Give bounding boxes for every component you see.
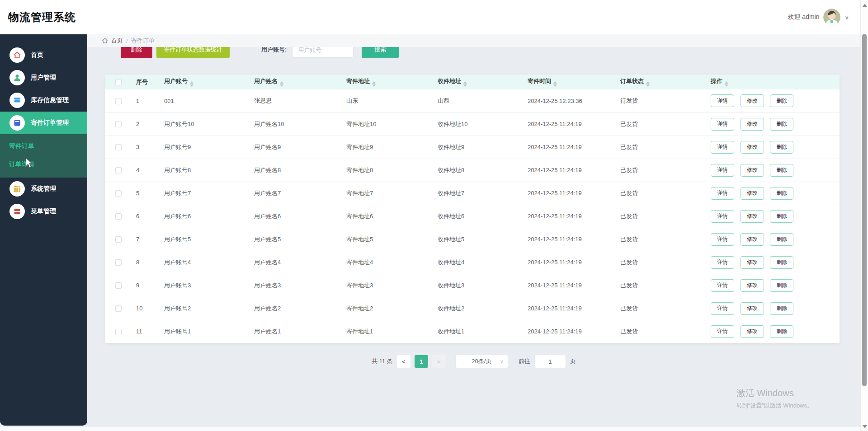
submenu-item-order-detail[interactable]: 订单详情 <box>0 155 87 173</box>
detail-button[interactable]: 详情 <box>711 279 734 292</box>
cell-account: 用户账号5 <box>160 228 250 251</box>
sort-caret[interactable] <box>725 81 728 87</box>
edit-button[interactable]: 修改 <box>741 279 764 292</box>
order-table: 序号 用户账号 用户姓名 寄件地址 收件地址 寄件时间 订单状态 操作 1 00… <box>105 75 840 343</box>
row-checkbox[interactable] <box>115 98 122 104</box>
cell-index: 10 <box>132 297 160 320</box>
sort-caret[interactable] <box>190 81 193 87</box>
detail-button[interactable]: 详情 <box>711 233 734 246</box>
edit-button[interactable]: 修改 <box>741 164 764 177</box>
detail-button[interactable]: 详情 <box>711 256 734 269</box>
sort-caret[interactable] <box>553 81 557 87</box>
sidebar-item-orders[interactable]: 寄件订单管理 <box>0 112 87 134</box>
cell-status: 已发货 <box>616 112 706 136</box>
cell-recv-addr: 收件地址1 <box>433 320 523 343</box>
stats-button[interactable]: 寄件订单状态数据统计 <box>156 47 230 58</box>
scroll-down-arrow-icon[interactable] <box>863 425 867 428</box>
detail-button[interactable]: 详情 <box>711 141 734 154</box>
prev-page-button[interactable]: < <box>397 355 410 368</box>
select-all-checkbox[interactable] <box>115 79 122 85</box>
cell-send-addr: 寄件地址2 <box>342 297 433 320</box>
edit-button[interactable]: 修改 <box>741 325 764 338</box>
detail-button[interactable]: 详情 <box>711 302 734 315</box>
next-page-button[interactable]: > <box>432 355 446 368</box>
row-checkbox[interactable] <box>115 167 122 173</box>
cell-send-addr: 寄件地址1 <box>342 320 433 343</box>
detail-button[interactable]: 详情 <box>711 210 734 223</box>
delete-row-button[interactable]: 删除 <box>770 187 793 200</box>
sidebar-item-menu[interactable]: 菜单管理 <box>0 200 87 223</box>
delete-row-button[interactable]: 删除 <box>770 302 793 315</box>
sidebar-item-home[interactable]: 首页 <box>0 44 87 66</box>
detail-button[interactable]: 详情 <box>711 187 734 200</box>
account-filter-input[interactable] <box>292 47 354 58</box>
row-checkbox[interactable] <box>115 236 122 243</box>
edit-button[interactable]: 修改 <box>741 302 764 315</box>
edit-button[interactable]: 修改 <box>741 141 764 154</box>
row-checkbox[interactable] <box>115 121 122 127</box>
sort-caret[interactable] <box>463 81 467 87</box>
sort-caret[interactable] <box>646 81 650 87</box>
cell-account: 001 <box>160 89 250 112</box>
cell-status: 已发货 <box>616 274 706 297</box>
edit-button[interactable]: 修改 <box>741 210 764 223</box>
horizontal-scrollbar[interactable] <box>0 426 860 431</box>
breadcrumb-home[interactable]: 首页 <box>111 37 123 45</box>
cell-name: 用户姓名2 <box>250 297 342 320</box>
row-checkbox[interactable] <box>115 282 122 289</box>
vertical-scrollbar-thumb[interactable] <box>862 34 867 386</box>
edit-button[interactable]: 修改 <box>741 118 764 131</box>
detail-button[interactable]: 详情 <box>711 118 734 131</box>
goto-page-input[interactable] <box>534 355 566 368</box>
cell-index: 3 <box>132 136 160 159</box>
cell-time: 2024-12-25 11:24:19 <box>523 251 616 274</box>
delete-row-button[interactable]: 删除 <box>770 141 793 154</box>
scroll-up-arrow-icon[interactable] <box>863 4 867 7</box>
row-checkbox[interactable] <box>115 190 122 197</box>
main-content: 删除 寄件订单状态数据统计 用户账号: 搜索 序号 用户账号 用户姓名 寄件地址… <box>87 47 860 427</box>
column-header-recv-addr: 收件地址 <box>433 75 523 89</box>
vertical-scrollbar[interactable] <box>860 0 868 431</box>
cell-account: 用户账号3 <box>160 274 250 297</box>
delete-row-button[interactable]: 删除 <box>770 233 793 246</box>
sidebar-item-users[interactable]: 用户管理 <box>0 66 87 89</box>
row-checkbox[interactable] <box>115 144 122 150</box>
delete-row-button[interactable]: 删除 <box>770 325 793 338</box>
avatar[interactable] <box>823 9 840 26</box>
sort-caret[interactable] <box>280 81 283 87</box>
edit-button[interactable]: 修改 <box>741 233 764 246</box>
inventory-icon <box>9 93 25 108</box>
delete-row-button[interactable]: 删除 <box>770 164 793 177</box>
edit-button[interactable]: 修改 <box>741 94 764 107</box>
row-checkbox[interactable] <box>115 329 122 335</box>
sidebar-item-inventory[interactable]: 库存信息管理 <box>0 89 87 112</box>
welcome-text: 欢迎 admin <box>788 13 819 21</box>
sort-caret[interactable] <box>372 81 376 87</box>
detail-button[interactable]: 详情 <box>711 325 734 338</box>
search-button[interactable]: 搜索 <box>362 47 399 58</box>
delete-row-button[interactable]: 删除 <box>770 256 793 269</box>
delete-row-button[interactable]: 删除 <box>770 118 793 131</box>
row-checkbox[interactable] <box>115 259 122 266</box>
cell-status: 已发货 <box>616 159 706 182</box>
delete-row-button[interactable]: 删除 <box>770 210 793 223</box>
cell-recv-addr: 收件地址9 <box>433 136 523 159</box>
edit-button[interactable]: 修改 <box>741 187 764 200</box>
sidebar-item-system[interactable]: 系统管理 <box>0 178 87 200</box>
delete-row-button[interactable]: 删除 <box>770 279 793 292</box>
row-checkbox[interactable] <box>115 305 122 312</box>
page-size-select[interactable]: 20条/页 ∨ <box>455 355 508 368</box>
cell-status: 待发货 <box>616 89 706 112</box>
detail-button[interactable]: 详情 <box>711 94 734 107</box>
delete-button[interactable]: 删除 <box>121 47 152 58</box>
row-checkbox[interactable] <box>115 213 122 220</box>
detail-button[interactable]: 详情 <box>711 164 734 177</box>
edit-button[interactable]: 修改 <box>741 256 764 269</box>
submenu-item-order-list[interactable]: 寄件订单 <box>0 137 87 155</box>
cell-send-addr: 寄件地址6 <box>342 205 433 228</box>
user-menu[interactable]: 欢迎 admin ∨ <box>788 9 849 26</box>
cell-time: 2024-12-25 11:24:19 <box>523 136 616 159</box>
page-button-1[interactable]: 1 <box>415 355 428 368</box>
delete-row-button[interactable]: 删除 <box>770 94 793 107</box>
cell-recv-addr: 收件地址4 <box>433 251 523 274</box>
